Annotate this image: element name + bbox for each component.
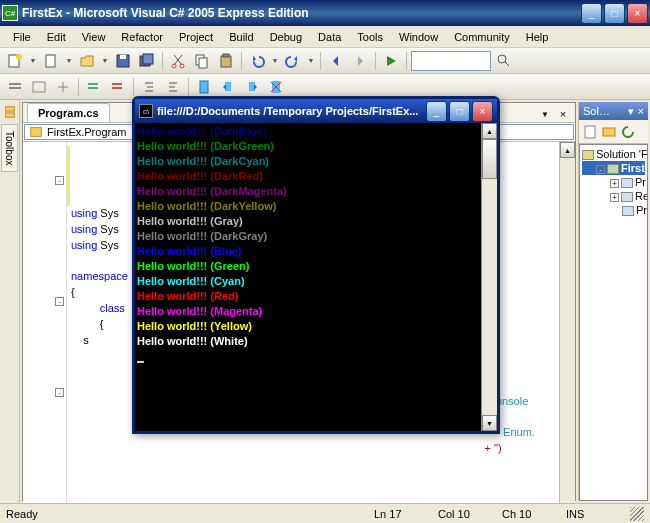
console-titlebar[interactable]: c\ file:///D:/Documents /Temporary Proje…	[135, 99, 497, 123]
console-scroll-down[interactable]: ▼	[482, 415, 497, 431]
bookmark-prev-button[interactable]	[217, 76, 239, 98]
tab-dropdown[interactable]: ▼	[537, 106, 553, 122]
svg-rect-10	[199, 58, 207, 68]
console-title: file:///D:/Documents /Temporary Projects…	[157, 105, 426, 117]
change-marker	[67, 146, 70, 206]
toolbox-tab[interactable]: Toolbox	[1, 124, 18, 172]
outline-collapse-1[interactable]: -	[55, 176, 64, 185]
menubar: FileEditViewRefactorProjectBuildDebugDat…	[0, 26, 650, 48]
menu-project[interactable]: Project	[172, 29, 220, 45]
solution-node[interactable]: Solution 'F	[582, 147, 645, 161]
minimize-button[interactable]: _	[581, 3, 602, 24]
tb2-btn2[interactable]	[28, 76, 50, 98]
se-refresh-button[interactable]	[619, 123, 637, 141]
tab-program-cs[interactable]: Program.cs	[27, 103, 110, 122]
menu-community[interactable]: Community	[447, 29, 517, 45]
server-explorer-tab-icon[interactable]	[2, 104, 18, 120]
svg-rect-2	[46, 55, 55, 67]
menu-debug[interactable]: Debug	[263, 29, 309, 45]
open-dropdown[interactable]: ▼	[64, 57, 74, 64]
open-file-dropdown[interactable]: ▼	[100, 57, 110, 64]
uncomment-button[interactable]	[107, 76, 129, 98]
bookmark-button[interactable]	[193, 76, 215, 98]
menu-data[interactable]: Data	[311, 29, 348, 45]
window-title: FirstEx - Microsoft Visual C# 2005 Expre…	[22, 6, 581, 20]
se-properties-button[interactable]	[581, 123, 599, 141]
indent-button[interactable]	[138, 76, 160, 98]
navigate-fwd-button[interactable]	[349, 50, 371, 72]
svg-rect-29	[603, 128, 615, 136]
se-showall-button[interactable]	[600, 123, 618, 141]
status-ins: INS	[566, 508, 606, 520]
vscroll-up[interactable]: ▲	[560, 142, 575, 158]
redo-dropdown[interactable]: ▼	[306, 57, 316, 64]
navigate-back-button[interactable]	[325, 50, 347, 72]
bookmark-clear-button[interactable]	[265, 76, 287, 98]
menu-window[interactable]: Window	[392, 29, 445, 45]
tree-item-0[interactable]: +Pr	[582, 175, 645, 189]
console-minimize-button[interactable]: _	[426, 101, 447, 122]
tb2-btn3[interactable]	[52, 76, 74, 98]
menu-help[interactable]: Help	[519, 29, 556, 45]
console-close-button[interactable]: ×	[472, 101, 493, 122]
undo-button[interactable]	[246, 50, 268, 72]
find-button[interactable]	[493, 50, 515, 72]
status-col: Col 10	[438, 508, 478, 520]
bookmark-next-button[interactable]	[241, 76, 263, 98]
status-ch: Ch 10	[502, 508, 542, 520]
editor-vscroll[interactable]: ▲ ▼	[559, 142, 575, 523]
open-button[interactable]	[76, 50, 98, 72]
console-vscroll[interactable]: ▲ ▼	[481, 123, 497, 431]
svg-rect-28	[585, 126, 595, 138]
project-node[interactable]: -FirstE	[582, 161, 645, 175]
new-dropdown[interactable]: ▼	[28, 57, 38, 64]
maximize-button[interactable]: □	[604, 3, 625, 24]
svg-rect-21	[200, 81, 208, 93]
resize-grip[interactable]	[630, 507, 644, 521]
start-debug-button[interactable]	[380, 50, 402, 72]
find-combo[interactable]	[411, 51, 491, 71]
paste-button[interactable]	[215, 50, 237, 72]
tree-item-2[interactable]: Pr	[582, 203, 645, 217]
solution-explorer-toolbar	[579, 120, 648, 144]
svg-rect-12	[223, 54, 229, 57]
menu-file[interactable]: File	[6, 29, 38, 45]
menu-tools[interactable]: Tools	[350, 29, 390, 45]
menu-refactor[interactable]: Refactor	[114, 29, 170, 45]
comment-button[interactable]	[83, 76, 105, 98]
console-window[interactable]: c\ file:///D:/Documents /Temporary Proje…	[132, 96, 500, 434]
panel-dropdown-icon[interactable]: ▾	[628, 105, 634, 118]
tree-item-1[interactable]: +Re	[582, 189, 645, 203]
class-selector-text: FirstEx.Program	[47, 126, 126, 138]
outline-collapse-3[interactable]: -	[55, 388, 64, 397]
status-line: Ln 17	[374, 508, 414, 520]
svg-rect-14	[9, 83, 21, 85]
svg-rect-19	[112, 83, 122, 85]
solution-tree[interactable]: Solution 'F -FirstE +Pr +Re Pr	[579, 144, 648, 501]
copy-button[interactable]	[191, 50, 213, 72]
svg-rect-16	[33, 82, 45, 92]
console-maximize-button[interactable]: □	[449, 101, 470, 122]
menu-view[interactable]: View	[75, 29, 113, 45]
menu-edit[interactable]: Edit	[40, 29, 73, 45]
save-all-button[interactable]	[136, 50, 158, 72]
undo-dropdown[interactable]: ▼	[270, 57, 280, 64]
cut-button[interactable]	[167, 50, 189, 72]
tb2-btn1[interactable]	[4, 76, 26, 98]
svg-rect-27	[31, 128, 42, 137]
new-project-button[interactable]	[4, 50, 26, 72]
svg-point-13	[498, 55, 506, 63]
console-scroll-thumb[interactable]	[482, 139, 497, 179]
panel-close-icon[interactable]: ×	[638, 105, 644, 117]
save-button[interactable]	[112, 50, 134, 72]
console-scroll-up[interactable]: ▲	[482, 123, 497, 139]
new-file-button[interactable]	[40, 50, 62, 72]
outdent-button[interactable]	[162, 76, 184, 98]
outline-collapse-2[interactable]: -	[55, 297, 64, 306]
redo-button[interactable]	[282, 50, 304, 72]
menu-build[interactable]: Build	[222, 29, 260, 45]
app-icon: C#	[2, 5, 18, 21]
console-output[interactable]: Hello world!!! (DarkBlue) Hello world!!!…	[135, 123, 481, 431]
close-button[interactable]: ×	[627, 3, 648, 24]
tab-close[interactable]: ×	[555, 106, 571, 122]
